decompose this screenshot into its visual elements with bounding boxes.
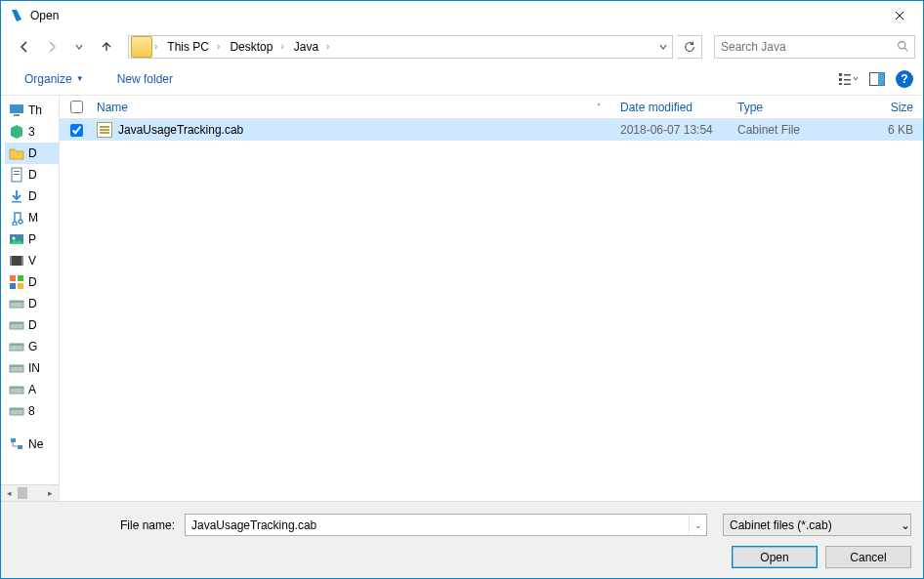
chevron-right-icon[interactable]: › [278, 41, 285, 52]
svg-rect-4 [844, 74, 851, 76]
svg-rect-20 [10, 275, 16, 281]
column-header-date[interactable]: Date modified [620, 101, 737, 114]
filename-dropdown-icon[interactable]: ⌄ [689, 515, 706, 535]
scroll-thumb[interactable] [18, 487, 27, 499]
title-bar: Open [1, 1, 923, 30]
app-icon [9, 8, 24, 23]
navigation-pane: Th3DDDMPVDDDGINA8Ne ◂ ▸ [1, 96, 60, 501]
tree-item[interactable]: Ne [5, 434, 59, 455]
tree-item[interactable]: D [5, 164, 59, 186]
svg-rect-5 [844, 79, 851, 81]
forward-button[interactable] [40, 35, 63, 59]
chevron-down-icon: ▼ [76, 74, 84, 83]
scroll-left-icon[interactable]: ◂ [1, 485, 18, 501]
tree-item[interactable]: A [5, 379, 59, 400]
tree-item[interactable]: D [5, 271, 59, 293]
video-icon [9, 253, 24, 269]
filename-combo[interactable]: JavaUsageTracking.cab ⌄ [185, 514, 707, 536]
column-header-size[interactable]: Size [855, 101, 923, 114]
column-name-label: Name [97, 101, 128, 114]
tree-item[interactable]: 8 [5, 400, 59, 422]
search-icon[interactable] [891, 40, 914, 53]
svg-rect-6 [844, 83, 851, 85]
tree-item-label: P [28, 232, 36, 246]
svg-rect-3 [839, 83, 842, 85]
dialog-footer: File name: JavaUsageTracking.cab ⌄ Cabin… [1, 501, 923, 578]
tree-item-label: 8 [28, 404, 35, 418]
filetype-filter[interactable]: Cabinet files (*.cab) ⌄ [723, 514, 911, 536]
tree-item[interactable]: D [5, 314, 59, 336]
drive-icon [9, 382, 24, 397]
tree-item-label: Ne [28, 437, 43, 451]
back-button[interactable] [13, 35, 36, 59]
svg-rect-1 [839, 73, 842, 76]
column-header-name[interactable]: Name ˄ [93, 101, 620, 114]
address-dropdown[interactable] [654, 42, 672, 52]
tree-item[interactable]: V [5, 250, 59, 271]
network-icon [9, 436, 24, 452]
organize-menu[interactable]: Organize ▼ [19, 68, 90, 90]
new-folder-button[interactable]: New folder [111, 68, 179, 90]
tree-item[interactable]: D [5, 143, 59, 164]
tree-item[interactable]: P [5, 228, 59, 250]
column-header-checkbox[interactable] [60, 98, 93, 116]
svg-rect-9 [10, 104, 23, 113]
drive-icon [9, 339, 24, 354]
chevron-right-icon[interactable]: › [215, 41, 222, 52]
view-options-button[interactable] [835, 67, 861, 91]
svg-rect-17 [10, 256, 23, 266]
cube-icon [9, 124, 24, 140]
music-icon [9, 210, 24, 226]
folder-icon [9, 145, 24, 161]
column-header-type[interactable]: Type [737, 101, 855, 114]
filename-value[interactable]: JavaUsageTracking.cab [186, 518, 689, 532]
recent-locations-button[interactable] [67, 35, 91, 59]
column-headers: Name ˄ Date modified Type Size [60, 96, 923, 119]
file-row[interactable]: JavaUsageTracking.cab2018-06-07 13:54Cab… [60, 119, 923, 141]
file-date: 2018-06-07 13:54 [620, 123, 737, 137]
new-folder-label: New folder [117, 72, 173, 86]
apps-icon [9, 274, 24, 290]
address-bar[interactable]: › This PC › Desktop › Java › [128, 35, 673, 59]
preview-pane-button[interactable] [864, 67, 890, 91]
crumb-java[interactable]: Java [286, 36, 324, 58]
open-button[interactable]: Open [732, 546, 818, 568]
close-button[interactable] [877, 2, 921, 30]
svg-rect-12 [14, 171, 20, 172]
tree-item[interactable]: D [5, 293, 59, 314]
up-button[interactable] [95, 35, 118, 59]
svg-rect-25 [10, 301, 23, 303]
svg-rect-10 [14, 114, 20, 116]
drive-icon [9, 296, 24, 311]
tree-item[interactable]: 3 [5, 121, 59, 143]
tree-item[interactable]: Th [5, 100, 59, 121]
breadcrumb: This PC › Desktop › Java › [159, 36, 331, 58]
chevron-right-icon[interactable]: › [324, 41, 331, 52]
svg-rect-33 [10, 387, 23, 389]
tree-item-label: IN [28, 361, 40, 375]
drive-icon [9, 360, 24, 376]
row-checkbox[interactable] [60, 124, 93, 137]
filter-dropdown-icon[interactable]: ⌄ [901, 518, 910, 532]
tree-item[interactable]: G [5, 336, 59, 357]
svg-rect-31 [10, 365, 23, 367]
crumb-desktop[interactable]: Desktop [222, 36, 278, 58]
tree-item-label: D [28, 146, 37, 160]
svg-rect-21 [18, 275, 23, 281]
tree-item-label: M [28, 211, 38, 225]
tree-item[interactable]: D [5, 186, 59, 207]
cancel-button[interactable]: Cancel [825, 546, 911, 568]
scroll-right-icon[interactable]: ▸ [42, 485, 59, 501]
tree-item[interactable]: IN [5, 357, 59, 379]
tree-item-label: Th [28, 103, 42, 117]
svg-rect-36 [11, 438, 16, 442]
crumb-this-pc[interactable]: This PC [159, 36, 215, 58]
svg-rect-18 [10, 256, 12, 266]
refresh-button[interactable] [677, 35, 702, 59]
sidebar-scrollbar[interactable]: ◂ ▸ [1, 484, 59, 501]
tree-item[interactable]: M [5, 207, 59, 228]
chevron-right-icon[interactable]: › [152, 41, 159, 52]
search-input[interactable] [715, 40, 891, 54]
help-button[interactable]: ? [896, 70, 913, 88]
search-box[interactable] [714, 35, 915, 59]
